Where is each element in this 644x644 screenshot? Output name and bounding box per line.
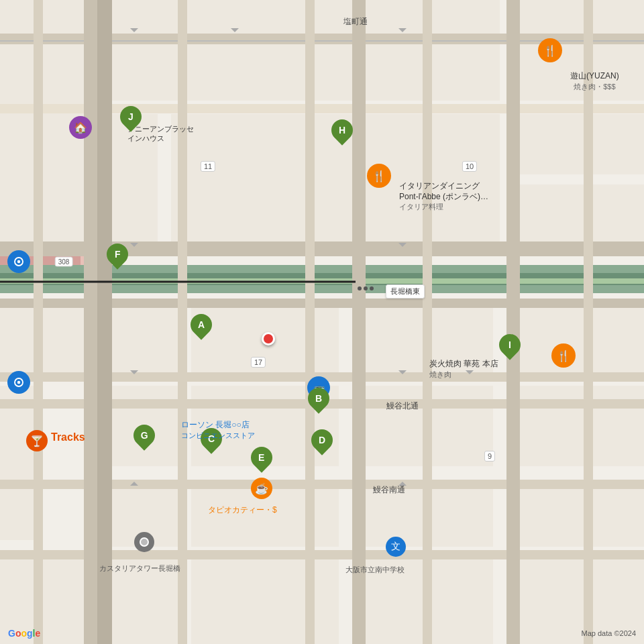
svg-rect-51: [97, 0, 112, 644]
osaka-school-poi-label[interactable]: 大阪市立南中学校: [345, 565, 405, 575]
svg-rect-50: [584, 0, 593, 644]
street-unagiya-minami: 鰻谷南通: [373, 484, 405, 496]
nagahori-station-label: 長堀橋東: [386, 284, 425, 299]
map-container[interactable]: 塩町通 鰻谷北通 鰻谷南通 11 10 17 9 308 長堀橋東 🚌 🏠 アニ…: [0, 0, 644, 644]
svg-rect-28: [506, 386, 644, 466]
purple-marker[interactable]: 🏠: [69, 116, 92, 139]
yuzan-food-marker[interactable]: 🍴: [538, 38, 562, 62]
road-number-10: 10: [462, 161, 477, 172]
tracks-icon[interactable]: 🍸: [26, 430, 48, 451]
metro-marker-south[interactable]: [7, 371, 30, 394]
svg-rect-3: [366, 0, 500, 101]
pont-labbe-poi-label[interactable]: イタリアンダイニング Pont-l'Abbe (ポンラベ)… イタリア料理: [399, 181, 488, 212]
svg-rect-46: [34, 0, 43, 644]
pin-e[interactable]: E: [251, 447, 272, 468]
road-number-308: 308: [55, 257, 73, 267]
svg-rect-9: [513, 184, 644, 241]
tapioca-poi-label[interactable]: タピオカティー・$: [208, 504, 277, 516]
current-location-dot: [262, 332, 275, 345]
pont-labbe-food-marker[interactable]: 🍴: [367, 164, 391, 188]
svg-rect-6: [171, 114, 352, 241]
street-shio-machi: 塩町通: [343, 16, 368, 28]
pin-a[interactable]: A: [191, 314, 212, 335]
pin-h[interactable]: H: [331, 119, 353, 141]
coffee-marker[interactable]: ☕: [251, 478, 272, 499]
sumibi-poi-label[interactable]: 炭火焼肉 華苑 本店 焼き肉: [429, 359, 498, 380]
road-number-11: 11: [201, 161, 215, 172]
school-icon[interactable]: 文: [386, 537, 406, 557]
svg-rect-27: [506, 305, 644, 372]
pin-g[interactable]: G: [133, 425, 155, 446]
svg-rect-45: [506, 0, 520, 644]
yuzan-poi-label[interactable]: 遊山(YUZAN) 焼き肉・$$$: [570, 70, 619, 92]
svg-point-64: [17, 260, 21, 264]
svg-rect-13: [0, 386, 34, 540]
svg-rect-49: [423, 0, 432, 644]
pin-b[interactable]: B: [308, 388, 329, 409]
street-unagiya-kita: 鰻谷北通: [386, 400, 419, 412]
lawson-poi-label[interactable]: ローソン 長堀○○店 コンビニエンスストア: [181, 419, 255, 441]
svg-rect-8: [513, 114, 644, 174]
castalia-poi-label[interactable]: カスタリアタワー長堀橋: [99, 564, 180, 574]
svg-rect-47: [178, 0, 187, 644]
svg-rect-22: [191, 557, 339, 644]
svg-rect-48: [305, 0, 315, 644]
tracks-label[interactable]: Tracks: [51, 431, 85, 443]
gray-circle-marker[interactable]: [134, 532, 154, 552]
svg-rect-43: [84, 0, 97, 644]
metro-marker-west[interactable]: [7, 250, 30, 273]
road-number-17: 17: [251, 357, 266, 368]
pin-d[interactable]: D: [311, 429, 333, 451]
pin-j[interactable]: J: [120, 106, 142, 127]
road-number-9: 9: [484, 451, 495, 462]
pin-f[interactable]: F: [107, 244, 128, 265]
pin-i[interactable]: I: [499, 334, 521, 356]
svg-point-66: [17, 381, 21, 384]
route-dots: [358, 286, 374, 290]
sumibi-food-marker[interactable]: 🍴: [551, 343, 576, 368]
svg-rect-29: [506, 480, 644, 547]
svg-rect-44: [352, 0, 366, 644]
svg-rect-30: [506, 557, 644, 644]
